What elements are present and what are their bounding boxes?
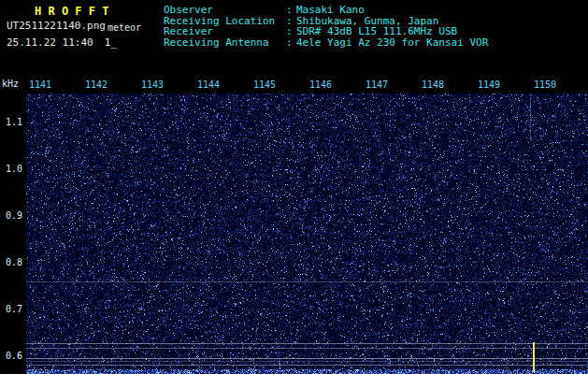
x-tick: 1144 [197, 79, 220, 90]
y-tick: 1.1 [4, 117, 22, 127]
info-colon: : [286, 26, 296, 37]
output-filename: UT2511221140.png [7, 20, 106, 32]
app-title: H R O F F T [35, 5, 108, 18]
info-row-observer: Observer : Masaki Kano [164, 5, 488, 16]
y-tick: 0.6 [4, 351, 22, 361]
info-label: Observer [164, 5, 286, 16]
y-axis-unit: kHz [2, 79, 19, 89]
y-tick: 0.9 [4, 210, 22, 221]
date-row: 25.11.22 11:401_ [7, 36, 117, 49]
x-tick: 1143 [141, 79, 164, 90]
info-colon: : [286, 37, 296, 49]
y-tick: 0.7 [4, 304, 22, 314]
x-tick: 1150 [534, 79, 556, 90]
x-tick: 1141 [29, 79, 51, 90]
info-value: Masaki Kano [296, 5, 365, 16]
mode-label: meteor [108, 22, 141, 33]
info-colon: : [286, 5, 296, 16]
info-row-antenna: Receiving Antenna : 4ele Yagi Az 230 for… [164, 37, 488, 49]
file-row: UT2511221140.pngmeteor [7, 20, 141, 32]
datetime-text: 25.11.22 11:40 [7, 36, 93, 49]
counter-text: 1_ [105, 36, 117, 49]
y-tick: 1.0 [4, 164, 22, 174]
hrofft-screen: H R O F F T UT2511221140.pngmeteor 25.11… [0, 0, 588, 374]
x-tick: 1146 [309, 79, 332, 90]
info-label: Receiving Antenna [164, 37, 286, 49]
y-tick: 0.8 [4, 257, 22, 267]
info-row-receiver: Receiver : SDR# 43dB L15 111.6MHz USB [164, 26, 488, 37]
info-label: Receiving Location [164, 16, 286, 27]
info-value: SDR# 43dB L15 111.6MHz USB [296, 26, 457, 37]
x-tick: 1145 [253, 79, 276, 90]
info-label: Receiver [164, 26, 286, 37]
x-tick: 1147 [366, 79, 388, 90]
x-tick: 1148 [422, 79, 444, 90]
spectrogram: kHz 1.1 1.0 0.9 0.8 0.7 0.6 1141 1142 11… [0, 77, 588, 374]
x-tick: 1142 [85, 79, 108, 90]
observer-info: Observer : Masaki Kano Receiving Locatio… [164, 5, 488, 48]
spectrogram-canvas [26, 94, 588, 374]
info-value: 4ele Yagi Az 230 for Kansai VOR [296, 37, 488, 49]
x-tick: 1149 [478, 79, 500, 90]
